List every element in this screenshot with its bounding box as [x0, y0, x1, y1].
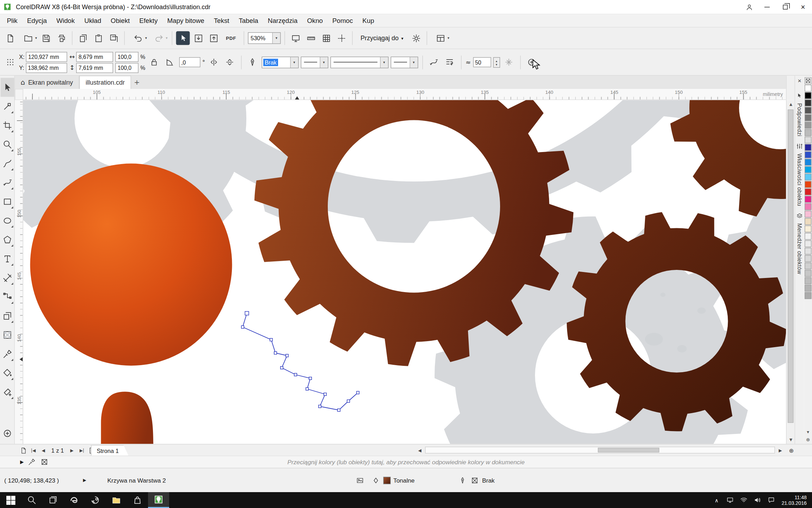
color-swatch[interactable]	[805, 218, 812, 225]
tool-pick[interactable]	[0, 78, 14, 97]
steam-icon[interactable]	[85, 492, 106, 508]
scroll-up-button[interactable]: ▲	[787, 100, 795, 109]
color-swatch[interactable]	[805, 174, 812, 181]
color-swatch[interactable]	[805, 292, 812, 299]
color-swatch[interactable]	[805, 137, 812, 144]
status-flyout-icon[interactable]: ▶	[83, 478, 86, 483]
copy-button[interactable]	[76, 31, 90, 45]
color-swatch[interactable]	[805, 262, 812, 270]
orange-dome[interactable]	[101, 392, 154, 444]
curve-node[interactable]	[274, 352, 277, 355]
first-page-button[interactable]: |◀	[29, 446, 38, 455]
tool-fill[interactable]	[0, 364, 14, 383]
lock-ratio-button[interactable]	[147, 55, 161, 69]
export-button[interactable]	[207, 31, 221, 45]
color-swatch[interactable]	[805, 240, 812, 247]
options-button[interactable]	[409, 31, 423, 45]
import-button[interactable]	[191, 31, 205, 45]
new-document-button[interactable]	[3, 31, 17, 45]
color-swatch[interactable]	[805, 114, 812, 121]
document-info-icon[interactable]	[355, 476, 365, 485]
docker-tab-podpowiedzi[interactable]: Podpowiedzi	[796, 93, 803, 137]
scale-y-input[interactable]: 100,0	[116, 63, 139, 73]
color-swatch[interactable]	[805, 277, 812, 284]
tray-action-center-icon[interactable]	[765, 492, 779, 508]
print-button[interactable]	[55, 31, 68, 45]
docker-tab-właściwości-obiektu[interactable]: Właściwości obiektu	[796, 143, 803, 206]
next-page-button[interactable]: ▶	[68, 446, 76, 455]
no-color-swatch[interactable]	[805, 77, 812, 84]
redo-button[interactable]: ▾	[149, 31, 168, 45]
curve-node[interactable]	[309, 377, 312, 380]
tool-shape[interactable]	[0, 97, 14, 116]
object-height-input[interactable]: 7,619 mm	[76, 63, 113, 73]
new-tab-button[interactable]: +	[131, 76, 143, 89]
tool-dimension[interactable]	[0, 268, 14, 288]
y-position-input[interactable]: 138,962 mm	[26, 63, 67, 73]
snap-to-button[interactable]: Przyciągaj do▾	[356, 31, 408, 45]
line-style-select[interactable]: ▾	[330, 56, 388, 68]
curve-node[interactable]	[245, 312, 249, 315]
tray-display-icon[interactable]	[724, 492, 737, 508]
curve-node[interactable]	[357, 391, 359, 394]
drawing-canvas[interactable]	[23, 100, 786, 444]
color-swatch[interactable]	[805, 92, 812, 99]
docker-tab-menedżer-obiektów[interactable]: Menedżer obiektów	[796, 212, 803, 274]
taskbar-clock[interactable]: 11:4821.03.2016	[779, 494, 812, 506]
tab-welcome-screen[interactable]: ⌂Ekran powitalny	[15, 76, 79, 89]
show-guidelines-button[interactable]	[335, 31, 349, 45]
start-button[interactable]	[0, 492, 21, 508]
curve-node[interactable]	[286, 354, 289, 357]
search-content-button[interactable]	[176, 31, 190, 45]
color-swatch[interactable]	[805, 270, 812, 277]
menu-kup[interactable]: Kup	[358, 14, 379, 27]
scale-x-input[interactable]: 100,0	[116, 52, 139, 62]
smoothing-stepper[interactable]: ▴▾	[493, 57, 500, 67]
color-swatch[interactable]	[805, 211, 812, 218]
color-swatch[interactable]	[805, 255, 812, 262]
gray-spot-3[interactable]	[697, 308, 706, 314]
horizontal-scroll-thumb[interactable]	[598, 448, 659, 453]
scroll-right-button[interactable]: ▶	[776, 446, 785, 455]
close-curve-button[interactable]	[427, 55, 441, 69]
color-swatch[interactable]	[805, 144, 812, 151]
tool-freehand[interactable]	[0, 154, 14, 173]
show-rulers-button[interactable]	[304, 31, 318, 45]
color-swatch[interactable]	[805, 85, 812, 92]
curve-node[interactable]	[294, 373, 297, 376]
tool-rectangle[interactable]	[0, 192, 14, 211]
horizontal-ruler[interactable]: milimetry 105110115120125130135140145150…	[23, 89, 786, 100]
color-swatch[interactable]	[805, 203, 812, 210]
color-swatch[interactable]	[805, 107, 812, 114]
file-explorer-icon[interactable]	[106, 492, 127, 508]
color-swatch[interactable]	[805, 159, 812, 166]
color-swatch[interactable]	[805, 196, 812, 203]
menu-edycja[interactable]: Edycja	[22, 14, 51, 27]
tray-chevron-icon[interactable]: ∧	[710, 492, 724, 508]
menu-plik[interactable]: Plik	[2, 14, 22, 27]
scroll-left-button[interactable]: ◀	[416, 446, 424, 455]
menu-efekty[interactable]: Efekty	[135, 14, 162, 27]
chevron-down-icon[interactable]: ▾	[320, 57, 328, 67]
window-layout-button[interactable]: ▾	[431, 31, 450, 45]
tool-crop[interactable]	[0, 116, 14, 135]
menu-widok[interactable]: Widok	[52, 14, 80, 27]
account-icon[interactable]	[740, 0, 758, 14]
chevron-down-icon[interactable]: ▾	[410, 57, 418, 67]
menu-tabela[interactable]: Tabela	[234, 14, 263, 27]
menu-tekst[interactable]: Tekst	[209, 14, 234, 27]
curve-node[interactable]	[319, 405, 321, 408]
color-swatch[interactable]	[805, 99, 812, 107]
menu-pomoc[interactable]: Pomoc	[328, 14, 358, 27]
tool-text[interactable]	[0, 249, 14, 268]
menu-mapy-bitowe[interactable]: Mapy bitowe	[162, 14, 209, 27]
color-swatch[interactable]	[805, 181, 812, 188]
color-swatch[interactable]	[805, 248, 812, 255]
gray-spot-2[interactable]	[677, 345, 687, 352]
save-button[interactable]	[39, 31, 53, 45]
chevron-down-icon[interactable]: ▾	[272, 33, 281, 43]
tool-zoom[interactable]	[0, 135, 14, 154]
rotation-angle-input[interactable]: ,0	[179, 57, 200, 67]
tray-volume-icon[interactable]	[751, 492, 765, 508]
curve-node[interactable]	[306, 388, 309, 391]
